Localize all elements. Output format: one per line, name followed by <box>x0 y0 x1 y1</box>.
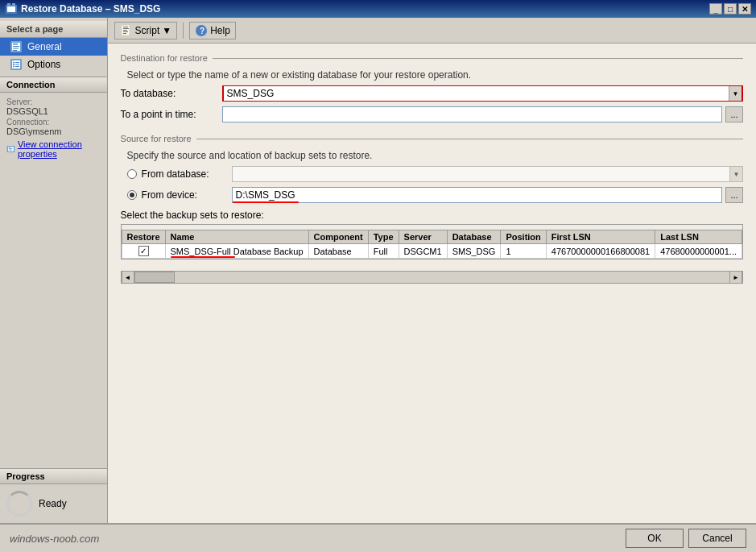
backup-table-container: Restore Name Component Type Server Datab… <box>121 224 743 259</box>
connection-label: Connection: <box>6 118 101 127</box>
to-database-dropdown-btn[interactable]: ▼ <box>729 86 742 101</box>
server-value: DSGSQL1 <box>6 106 101 116</box>
script-button[interactable]: Script ▼ <box>114 22 178 39</box>
from-database-label: From database: <box>142 168 227 180</box>
progress-title: Progress <box>0 469 107 484</box>
svg-rect-8 <box>13 48 19 49</box>
view-connection-link[interactable]: View connection properties <box>6 139 101 159</box>
connection-row: Connection: DSG\ymsenm <box>6 118 101 136</box>
backup-table: Restore Name Component Type Server Datab… <box>122 230 742 259</box>
col-database: Database <box>447 230 501 244</box>
svg-rect-3 <box>12 3 15 6</box>
svg-rect-15 <box>15 64 19 65</box>
server-label: Server: <box>6 98 101 106</box>
help-icon: ? <box>195 24 208 37</box>
select-page-label: Select a page <box>0 21 107 38</box>
svg-rect-7 <box>13 46 19 47</box>
hscrollbar-thumb[interactable] <box>134 272 175 283</box>
svg-rect-26 <box>123 30 127 31</box>
row-restore-cell <box>122 244 165 259</box>
to-database-label: To database: <box>121 88 217 99</box>
options-label: Options <box>27 59 60 70</box>
destination-desc: Select or type the name of a new or exis… <box>121 69 743 81</box>
svg-rect-2 <box>7 3 10 6</box>
svg-text:?: ? <box>200 27 204 35</box>
hscrollbar-right-btn[interactable]: ► <box>729 271 742 284</box>
help-button[interactable]: ? Help <box>189 22 236 39</box>
progress-status: Ready <box>39 498 67 509</box>
title-bar: Restore Database – SMS_DSG _ □ ✕ <box>0 0 756 18</box>
svg-point-14 <box>13 64 14 65</box>
toolbar-separator <box>183 23 184 39</box>
from-database-radio[interactable] <box>127 169 137 179</box>
progress-content: Ready <box>0 484 107 523</box>
from-database-select-wrapper: ▼ <box>232 166 743 182</box>
to-point-ellipsis-btn[interactable]: ... <box>725 106 743 122</box>
svg-rect-28 <box>123 33 126 34</box>
general-label: General <box>27 41 62 52</box>
to-point-row: To a point in time: Most recent possible… <box>121 106 743 122</box>
row-server-cell: DSGCM1 <box>399 244 447 259</box>
table-row: SMS_DSG-Full Database Backup Database Fu… <box>122 244 742 259</box>
bottom-buttons: OK Cancel <box>626 529 746 548</box>
window-title: Restore Database – SMS_DSG <box>21 3 160 15</box>
row-restore-checkbox[interactable] <box>138 246 149 256</box>
to-point-input[interactable]: Most recent possible <box>222 106 722 122</box>
title-bar-title: Restore Database – SMS_DSG <box>5 2 160 15</box>
hscrollbar-left-btn[interactable]: ◄ <box>122 271 134 284</box>
from-device-radio[interactable] <box>127 190 137 200</box>
col-component: Component <box>308 230 368 244</box>
sidebar: Select a page General <box>0 18 108 523</box>
col-server: Server <box>399 230 447 244</box>
progress-spinner <box>6 491 32 517</box>
row-first-lsn-cell: 47670000000166800081 <box>546 244 655 259</box>
col-position: Position <box>501 230 546 244</box>
source-section-label: Source for restore <box>121 134 743 143</box>
row-component-cell: Database <box>308 244 368 259</box>
svg-rect-25 <box>123 28 129 29</box>
svg-rect-22 <box>9 150 12 151</box>
svg-rect-6 <box>13 44 18 45</box>
svg-rect-20 <box>9 147 11 148</box>
svg-rect-9 <box>13 50 17 51</box>
to-database-row: To database: SMS_DSG ▼ <box>121 85 743 102</box>
svg-rect-24 <box>123 27 128 27</box>
source-section-title: Source for restore <box>121 134 192 143</box>
destination-section-group: Destination for restore Select or type t… <box>121 53 743 122</box>
from-device-ellipsis-btn[interactable]: ... <box>725 187 743 203</box>
svg-point-16 <box>13 66 14 68</box>
content-body: Destination for restore Select or type t… <box>108 44 756 523</box>
source-desc: Specify the source and location of backu… <box>121 150 743 161</box>
sidebar-item-options[interactable]: Options <box>0 56 107 73</box>
select-backup-label: Select the backup sets to restore: <box>121 210 743 221</box>
main-container: Select a page General <box>0 18 756 523</box>
svg-rect-21 <box>9 148 13 149</box>
close-button[interactable]: ✕ <box>738 3 751 15</box>
row-name-cell: SMS_DSG-Full Database Backup <box>165 244 308 259</box>
options-icon <box>10 58 23 71</box>
script-label: Script <box>135 25 160 36</box>
from-database-dropdown-btn: ▼ <box>729 167 742 181</box>
toolbar: Script ▼ ? Help <box>108 18 756 44</box>
to-database-input[interactable]: SMS_DSG <box>224 86 729 101</box>
from-device-label: From device: <box>142 189 227 201</box>
connection-content: Server: DSGSQL1 Connection: DSG\ymsenm <box>0 93 107 164</box>
svg-rect-1 <box>7 6 15 12</box>
col-name: Name <box>165 230 308 244</box>
maximize-button[interactable]: □ <box>724 3 737 15</box>
app-icon <box>5 2 18 15</box>
row-type-cell: Full <box>368 244 399 259</box>
sidebar-pages-section: Select a page General <box>0 18 107 77</box>
horizontal-scrollbar[interactable]: ◄ ► <box>121 271 743 284</box>
row-last-lsn-cell: 47680000000001... <box>655 244 742 259</box>
content-area: Script ▼ ? Help Destination for restore … <box>108 18 756 523</box>
help-label: Help <box>210 25 230 36</box>
minimize-button[interactable]: _ <box>709 3 722 15</box>
sidebar-item-general[interactable]: General <box>0 38 107 56</box>
cancel-button[interactable]: Cancel <box>688 529 746 548</box>
col-first-lsn: First LSN <box>546 230 655 244</box>
svg-rect-17 <box>15 66 19 67</box>
from-device-value-text: D:\SMS_DSG <box>233 189 299 201</box>
ok-button[interactable]: OK <box>626 529 684 548</box>
destination-section-label: Destination for restore <box>121 53 743 63</box>
